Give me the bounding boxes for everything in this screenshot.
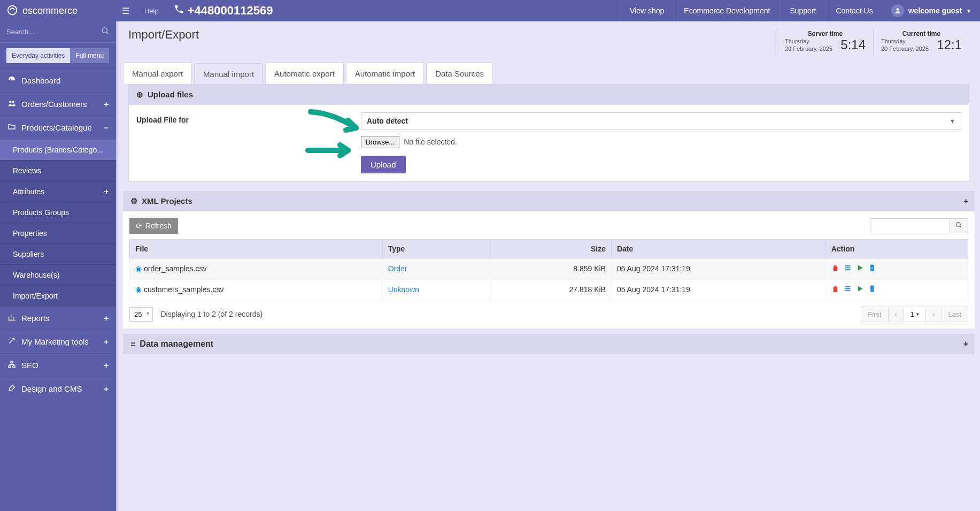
sidebar-item-label: Products (Brands/Catego...	[13, 146, 103, 154]
top-link-support[interactable]: Support	[780, 0, 825, 21]
pager-last[interactable]: Last	[941, 307, 968, 322]
user-menu[interactable]: welcome guest ▼	[883, 4, 980, 17]
sidebar-toggle-button[interactable]: ☰	[117, 6, 135, 16]
gear-icon: ⚙	[130, 196, 137, 206]
top-link-view-shop[interactable]: View shop	[620, 0, 674, 21]
sidebar-item-label: Products Groups	[13, 208, 69, 217]
col-action: Action	[825, 239, 968, 258]
sidebar-item-label: Reports	[21, 314, 50, 323]
users-icon	[7, 99, 16, 109]
svg-rect-8	[13, 366, 15, 368]
sidebar-item-attributes[interactable]: Attributes+	[0, 181, 116, 202]
search-icon[interactable]	[101, 27, 110, 37]
download-icon[interactable]: ◉	[135, 264, 142, 273]
table-row[interactable]: ◉order_samples.csv Order 8.859 KiB 05 Au…	[130, 258, 968, 279]
play-icon[interactable]	[856, 285, 864, 294]
top-link-contact[interactable]: Contact Us	[825, 0, 882, 21]
document-icon[interactable]	[868, 285, 876, 294]
display-count-text: Displaying 1 to 2 (of 2 records)	[160, 310, 263, 318]
sidebar-item-reviews[interactable]: Reviews	[0, 160, 116, 181]
table-row[interactable]: ◉customers_samples.csv Unknown 27.818 Ki…	[130, 279, 968, 300]
upload-button[interactable]: Upload	[361, 156, 406, 173]
logo-icon	[6, 4, 18, 18]
main-content: Import/Export Server time Thursday 20 Fe…	[118, 21, 980, 511]
current-day: Thursday	[881, 37, 929, 45]
col-size[interactable]: Size	[490, 239, 611, 258]
sidebar-item-orders[interactable]: Orders/Customers +	[0, 92, 116, 116]
server-time-panel: Server time Thursday 20 February, 2025 5…	[777, 28, 873, 55]
sidebar-item-label: Import/Export	[13, 292, 58, 300]
page-size-select[interactable]: 25	[129, 307, 153, 322]
table-search-button[interactable]	[950, 218, 968, 233]
server-date: 20 February, 2025	[785, 45, 832, 52]
delete-icon[interactable]	[831, 285, 839, 294]
sidebar-item-label: Reviews	[13, 166, 41, 175]
list-icon: ≡	[130, 339, 135, 349]
sidebar-item-products[interactable]: Products/Catalogue −	[0, 116, 116, 139]
help-link[interactable]: Help	[135, 7, 168, 15]
sidebar-item-warehouses[interactable]: Warehouse(s)	[0, 264, 116, 285]
upload-type-select[interactable]: Auto detect ▼	[361, 112, 961, 129]
current-date: 20 February, 2025	[881, 45, 929, 52]
sidebar-item-suppliers[interactable]: Suppliers	[0, 243, 116, 264]
pager-page-select[interactable]: 1 ▾	[904, 307, 926, 322]
sidebar-item-label: Orders/Customers	[21, 100, 87, 109]
dashboard-icon	[7, 75, 16, 86]
plus-icon: +	[104, 361, 109, 370]
no-file-text: No file selected.	[404, 138, 457, 146]
delete-icon[interactable]	[831, 264, 839, 273]
play-icon[interactable]	[856, 264, 864, 273]
file-type-link[interactable]: Order	[388, 264, 407, 273]
pager-next[interactable]: ›	[925, 307, 942, 322]
sidebar-item-seo[interactable]: SEO +	[0, 353, 116, 377]
pager-first[interactable]: First	[861, 307, 888, 322]
file-name[interactable]: customers_samples.csv	[144, 285, 223, 294]
sidebar-item-design[interactable]: Design and CMS +	[0, 377, 116, 400]
pager-prev[interactable]: ‹	[888, 307, 904, 322]
panel-expand-button[interactable]: +	[963, 339, 968, 349]
tab-manual-import[interactable]: Manual import	[194, 63, 263, 85]
search-input[interactable]	[6, 28, 101, 36]
sidebar-submenu-products: Products (Brands/Catego... Reviews Attri…	[0, 139, 116, 306]
mode-full-button[interactable]: Full menu	[70, 48, 109, 63]
col-date[interactable]: Date	[611, 239, 825, 258]
panel-expand-button[interactable]: +	[963, 196, 968, 205]
download-icon[interactable]: ◉	[135, 285, 142, 294]
list-icon[interactable]	[844, 264, 852, 273]
col-file[interactable]: File	[130, 239, 383, 258]
sidebar-item-marketing[interactable]: My Marketing tools +	[0, 330, 116, 353]
col-type[interactable]: Type	[382, 239, 490, 258]
refresh-button[interactable]: ⟳ Refresh	[129, 218, 178, 234]
sidebar-item-products-brands[interactable]: Products (Brands/Catego...	[0, 139, 116, 160]
table-search	[870, 218, 968, 233]
folder-icon	[7, 123, 16, 133]
time-title: Current time	[881, 30, 962, 37]
tab-automatic-import[interactable]: Automatic import	[346, 63, 425, 84]
brand-text: oscommerce	[22, 5, 78, 17]
table-search-input[interactable]	[870, 218, 950, 233]
mode-everyday-button[interactable]: Everyday activities	[6, 48, 70, 63]
sidebar-item-import-export[interactable]: Import/Export	[0, 285, 116, 306]
tab-automatic-export[interactable]: Automatic export	[265, 63, 344, 84]
files-table: File Type Size Date Action ◉order_sample…	[129, 239, 968, 300]
document-icon[interactable]	[868, 264, 876, 273]
chart-icon	[7, 313, 16, 323]
sidebar-item-label: Design and CMS	[21, 384, 82, 393]
file-name[interactable]: order_samples.csv	[144, 264, 207, 273]
sidebar-item-reports[interactable]: Reports +	[0, 306, 116, 330]
upload-panel-body: Upload File for Auto detect ▼ Browse...	[129, 105, 969, 181]
sidebar-item-dashboard[interactable]: Dashboard	[0, 68, 116, 92]
sidebar-item-label: Properties	[13, 229, 47, 238]
tab-manual-export[interactable]: Manual export	[123, 63, 192, 84]
dm-panel-header[interactable]: ≡ Data management +	[123, 334, 975, 354]
tab-data-sources[interactable]: Data Sources	[426, 63, 493, 84]
current-clock: 12:1	[937, 37, 962, 52]
sidebar-item-properties[interactable]: Properties	[0, 223, 116, 243]
svg-point-2	[102, 28, 107, 33]
list-icon[interactable]	[844, 285, 852, 294]
sidebar-item-product-groups[interactable]: Products Groups	[0, 202, 116, 223]
svg-rect-6	[11, 361, 13, 363]
top-link-ecommerce-dev[interactable]: Ecommerce Development	[674, 0, 780, 21]
browse-button[interactable]: Browse...	[361, 136, 399, 148]
file-type-link[interactable]: Unknown	[388, 285, 419, 294]
